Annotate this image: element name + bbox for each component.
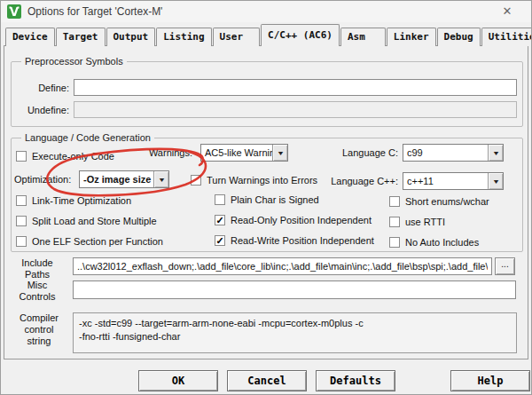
title-bar: Options for Target 'Cortex-M' ✕ — [1, 1, 531, 22]
language-c-dropdown[interactable]: c99 ▼ — [403, 144, 504, 162]
checkbox-box[interactable]: ✓ — [215, 215, 225, 225]
include-paths-browse-button[interactable]: ... — [495, 257, 515, 275]
tab-target[interactable]: Target — [56, 28, 106, 46]
ok-button[interactable]: OK — [138, 370, 218, 391]
compiler-control-string-box[interactable]: -xc -std=c99 --target=arm-arm-none-eabi … — [73, 312, 517, 353]
window-title: Options for Target 'Cortex-M' — [27, 5, 162, 18]
defaults-button[interactable]: Defaults — [316, 370, 395, 391]
tab-strip: Device Target Output Listing User C/C++ … — [5, 24, 532, 46]
checkbox-execute-only-code[interactable]: ✓ Execute-only Code — [16, 151, 114, 162]
chevron-down-icon: ▼ — [157, 177, 165, 183]
checkbox-read-write-position-independent[interactable]: ✓ Read-Write Position Independent — [215, 235, 374, 247]
checkbox-label: Read-Write Position Independent — [231, 235, 374, 247]
tab-asm[interactable]: Asm — [340, 28, 386, 46]
checkbox-read-only-position-independent[interactable]: ✓ Read-Only Position Independent — [215, 215, 372, 226]
checkbox-label: Split Load and Store Multiple — [32, 216, 157, 227]
tab-listing[interactable]: Listing — [156, 28, 211, 46]
define-label: Define: — [22, 83, 69, 94]
include-paths-label: Include Paths — [13, 257, 61, 280]
checkbox-label: Plain Char is Signed — [231, 194, 319, 206]
checkbox-label: Link-Time Optimization — [32, 195, 131, 207]
uvision-logo-icon — [7, 4, 21, 19]
tab-page: Preprocessor Symbols Define: Undefine: L… — [4, 45, 528, 359]
optimization-dropdown-button[interactable]: ▼ — [153, 171, 168, 187]
check-icon: ✓ — [215, 216, 223, 225]
checkbox-turn-warnings-into-errors[interactable]: ✓ Turn Warnings into Errors — [191, 175, 317, 186]
checkbox-plain-char-signed[interactable]: ✓ Plain Char is Signed — [215, 194, 319, 206]
chevron-down-icon: ▼ — [491, 178, 499, 185]
checkbox-box[interactable]: ✓ — [16, 195, 27, 206]
checkbox-label: Read-Only Position Independent — [231, 215, 372, 226]
language-cpp-dropdown[interactable]: c++11 ▼ — [403, 172, 504, 190]
checkbox-box[interactable]: ✓ — [389, 196, 400, 207]
tab-utilities[interactable]: Utilities — [481, 28, 532, 46]
checkbox-box[interactable]: ✓ — [215, 194, 225, 205]
checkbox-split-load-store[interactable]: ✓ Split Load and Store Multiple — [16, 216, 157, 227]
language-cpp-label: Language C++: — [315, 176, 398, 187]
checkbox-label: No Auto Includes — [405, 237, 479, 249]
checkbox-use-rtti[interactable]: ✓ use RTTI — [389, 217, 445, 228]
tab-debug[interactable]: Debug — [437, 28, 481, 46]
tab-ccpp-ac6[interactable]: C/C++ (AC6) — [261, 24, 340, 46]
checkbox-label: Short enums/wchar — [405, 196, 489, 208]
include-paths-input[interactable] — [73, 257, 492, 275]
checkbox-box[interactable]: ✓ — [16, 151, 27, 162]
checkbox-label: Execute-only Code — [32, 151, 114, 162]
chevron-down-icon: ▼ — [491, 150, 499, 156]
optimization-value: -Oz image size — [80, 174, 153, 185]
help-button[interactable]: Help — [450, 370, 530, 391]
optimization-dropdown[interactable]: -Oz image size ▼ — [79, 170, 169, 188]
undefine-input — [74, 101, 517, 118]
compiler-control-string-label: Compiler control string — [13, 312, 65, 347]
checkbox-label: use RTTI — [405, 217, 445, 228]
checkbox-link-time-optimization[interactable]: ✓ Link-Time Optimization — [16, 195, 131, 207]
warnings-dropdown-button[interactable]: ▼ — [272, 145, 287, 161]
language-cpp-value: c++11 — [403, 176, 488, 186]
checkbox-box[interactable]: ✓ — [16, 216, 27, 226]
tab-user[interactable]: User — [213, 28, 261, 46]
close-icon[interactable]: ✕ — [497, 4, 517, 20]
checkbox-no-auto-includes[interactable]: ✓ No Auto Includes — [389, 237, 479, 249]
checkbox-box[interactable]: ✓ — [16, 236, 27, 247]
tab-linker[interactable]: Linker — [387, 28, 436, 46]
checkbox-one-elf-section[interactable]: ✓ One ELF Section per Function — [16, 236, 163, 248]
checkbox-label: One ELF Section per Function — [32, 236, 163, 248]
undefine-label: Undefine: — [22, 105, 69, 116]
chevron-down-icon: ▼ — [276, 150, 284, 156]
tab-device[interactable]: Device — [5, 28, 55, 46]
misc-controls-input[interactable] — [73, 280, 516, 299]
misc-controls-label: Misc Controls — [13, 280, 61, 303]
define-input[interactable] — [74, 79, 517, 96]
check-icon: ✓ — [215, 236, 223, 245]
options-dialog: Options for Target 'Cortex-M' ✕ Device T… — [0, 0, 532, 395]
warnings-label: Warnings: — [137, 147, 192, 159]
warnings-dropdown[interactable]: AC5-like Warnings ▼ — [200, 144, 288, 162]
language-c-value: c99 — [403, 147, 488, 158]
checkbox-short-enums-wchar[interactable]: ✓ Short enums/wchar — [389, 196, 489, 208]
language-cpp-dropdown-button[interactable]: ▼ — [488, 173, 503, 189]
cancel-button[interactable]: Cancel — [227, 370, 307, 391]
checkbox-box[interactable]: ✓ — [389, 237, 400, 248]
language-c-dropdown-button[interactable]: ▼ — [488, 145, 503, 161]
checkbox-box[interactable]: ✓ — [215, 235, 225, 246]
language-c-label: Language C: — [324, 147, 398, 159]
checkbox-label: Turn Warnings into Errors — [207, 175, 317, 186]
checkbox-box[interactable]: ✓ — [389, 217, 400, 227]
tab-output[interactable]: Output — [106, 28, 156, 46]
preprocessor-legend: Preprocessor Symbols — [21, 56, 127, 67]
langcode-legend: Language / Code Generation — [21, 132, 154, 143]
warnings-value: AC5-like Warnings — [201, 147, 272, 158]
checkbox-box[interactable]: ✓ — [191, 175, 201, 186]
optimization-label: Optimization: — [14, 174, 82, 186]
